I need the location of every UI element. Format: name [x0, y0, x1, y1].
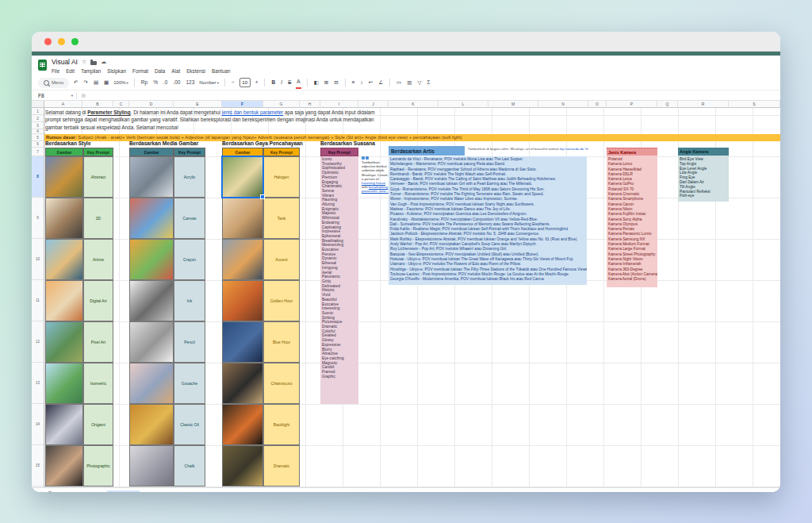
style-key-cell[interactable]: Anime [83, 239, 113, 280]
redo-icon[interactable]: ↷ [82, 77, 88, 88]
menu-item[interactable]: File [52, 68, 59, 74]
thumbnail-image[interactable] [45, 321, 83, 363]
pencahayaan-key-cell[interactable]: Task [263, 198, 300, 239]
strikethrough-icon[interactable]: S [287, 77, 292, 88]
row-header[interactable]: 3 [32, 122, 44, 129]
sheet-tab-prinsip-bersama[interactable]: Prinsip Bersama▾ [56, 490, 102, 493]
media-key-cell[interactable]: Crayon [174, 239, 205, 280]
thumbnail-image[interactable] [45, 156, 83, 198]
media-key-cell[interactable]: Ink [174, 280, 205, 321]
sheet-tab-parameter[interactable]: Parameter▾ [106, 490, 140, 493]
thumbnail-image[interactable] [222, 156, 263, 198]
row-header[interactable]: 6 [32, 141, 44, 148]
thumbnail-image[interactable] [222, 363, 263, 404]
thumbnail-image[interactable] [45, 404, 83, 445]
paint-format-icon[interactable]: ▦ [103, 77, 109, 88]
row-header[interactable]: 12 [32, 321, 44, 363]
media-key-cell[interactable]: Pencil [174, 321, 205, 363]
column-header[interactable]: H [300, 101, 320, 108]
menu-item[interactable]: Edit [66, 68, 75, 74]
style-keyprompt-header[interactable]: Key Prompt [83, 148, 113, 156]
number-format-select[interactable]: Number▾ [199, 80, 219, 85]
menu-item[interactable]: Data [155, 68, 165, 74]
text-wrap-icon[interactable]: ↩ [368, 77, 373, 88]
jenis-kamera-header[interactable]: Jenis Kamera [607, 148, 657, 156]
pencahayaan-key-cell[interactable]: Accent [263, 239, 300, 280]
font-size-decrease-button[interactable]: − [231, 77, 236, 88]
bold-icon[interactable]: B [270, 77, 276, 88]
percent-format-icon[interactable]: % [152, 77, 159, 88]
thumbnail-image[interactable] [222, 198, 263, 239]
style-key-cell[interactable]: Origami [83, 404, 113, 445]
maximize-window-button[interactable] [71, 38, 79, 45]
filter-icon[interactable]: ▽ [416, 77, 422, 88]
media-key-cell[interactable]: Chalk [174, 445, 205, 486]
pencahayaan-key-cell[interactable]: Chiaroscuro [263, 363, 300, 404]
column-header[interactable]: M [488, 101, 538, 108]
thumbnail-image[interactable] [129, 363, 174, 404]
number-format-123-icon[interactable]: 123 [185, 77, 195, 88]
merge-cells-icon[interactable]: ⊟ [333, 77, 339, 88]
column-header[interactable]: K [389, 101, 439, 108]
thumbnail-image[interactable] [129, 280, 174, 321]
column-header[interactable]: O [588, 101, 607, 108]
formula-input[interactable] [90, 90, 780, 100]
column-header[interactable]: G [263, 101, 300, 108]
increase-decimal-icon[interactable]: .00 [172, 77, 181, 88]
functions-icon[interactable]: Σ [426, 77, 431, 88]
toolbar-search[interactable]: Menu [38, 78, 69, 88]
star-icon[interactable]: ☆ [82, 59, 86, 65]
angle-kamera-header[interactable]: Angle Kamera [678, 148, 729, 156]
media-key-cell[interactable]: Canvas [174, 198, 205, 239]
thumbnail-image[interactable] [222, 445, 263, 486]
column-header[interactable]: S [729, 101, 780, 108]
column-header[interactable]: B [82, 101, 113, 108]
row-header[interactable]: 2 [32, 115, 44, 122]
thumbnail-image[interactable] [45, 445, 83, 486]
pencahayaan-gambar-header[interactable]: Gambar [222, 148, 263, 156]
column-header[interactable]: L [439, 101, 488, 108]
pencahayaan-key-cell[interactable]: Backlight [263, 404, 300, 445]
row-header[interactable]: 11 [32, 280, 44, 321]
media-gambar-header[interactable]: Gambar [129, 148, 174, 156]
menu-item[interactable]: Ekstensi [186, 68, 205, 74]
add-sheet-button[interactable]: + [40, 490, 44, 493]
fill-color-icon[interactable]: ◧ [313, 77, 320, 88]
column-header[interactable]: P [607, 101, 657, 108]
borders-icon[interactable]: ⊞ [324, 77, 329, 88]
thumbnail-image[interactable] [129, 239, 174, 280]
thumbnail-image[interactable] [45, 280, 83, 321]
column-header[interactable]: I [320, 101, 358, 108]
comment-icon[interactable]: ▭ [396, 77, 402, 88]
style-key-cell[interactable]: Pixel Art [83, 321, 113, 363]
style-key-cell[interactable]: 3D [83, 198, 113, 239]
row-header[interactable]: 7 [32, 148, 44, 156]
thumbnail-image[interactable] [222, 321, 263, 363]
currency-format-icon[interactable]: Rp [140, 77, 148, 88]
menu-item[interactable]: Alat [171, 68, 180, 74]
row-header[interactable]: 9 [32, 198, 44, 239]
row-header[interactable]: 15 [32, 445, 44, 486]
artis-list[interactable]: Leonardo da Vinci - Renaisans; POV meluk… [389, 156, 587, 285]
move-to-folder-icon[interactable] [90, 61, 97, 65]
thumbnail-image[interactable] [222, 239, 263, 280]
insert-chart-icon[interactable]: ▥ [406, 77, 412, 88]
row-header[interactable]: 14 [32, 404, 44, 445]
style-key-cell[interactable]: Photographic [83, 445, 113, 486]
menu-item[interactable]: Tampilan [81, 68, 101, 74]
column-header[interactable]: F [222, 101, 263, 108]
style-gambar-header[interactable]: Gambar [45, 148, 83, 156]
pencahayaan-key-cell[interactable]: Dramatic [263, 445, 300, 486]
zoom-select[interactable]: 100%▾ [113, 80, 128, 85]
suasana-keyprompt-header[interactable]: Key Prompt [320, 148, 358, 156]
thumbnail-image[interactable] [129, 404, 174, 445]
sheets-logo-icon[interactable] [38, 60, 47, 71]
pencahayaan-keyprompt-header[interactable]: Key Prompt [263, 148, 300, 156]
thumbnail-image[interactable] [129, 445, 174, 486]
pencahayaan-key-cell[interactable]: Golden Hour [263, 280, 300, 321]
style-key-cell[interactable]: Isometric [83, 363, 113, 404]
select-all-corner[interactable] [32, 101, 44, 108]
text-color-icon[interactable]: A [296, 76, 301, 89]
font-size-increase-button[interactable]: + [255, 77, 259, 88]
font-size-input[interactable]: 10 [239, 78, 251, 87]
